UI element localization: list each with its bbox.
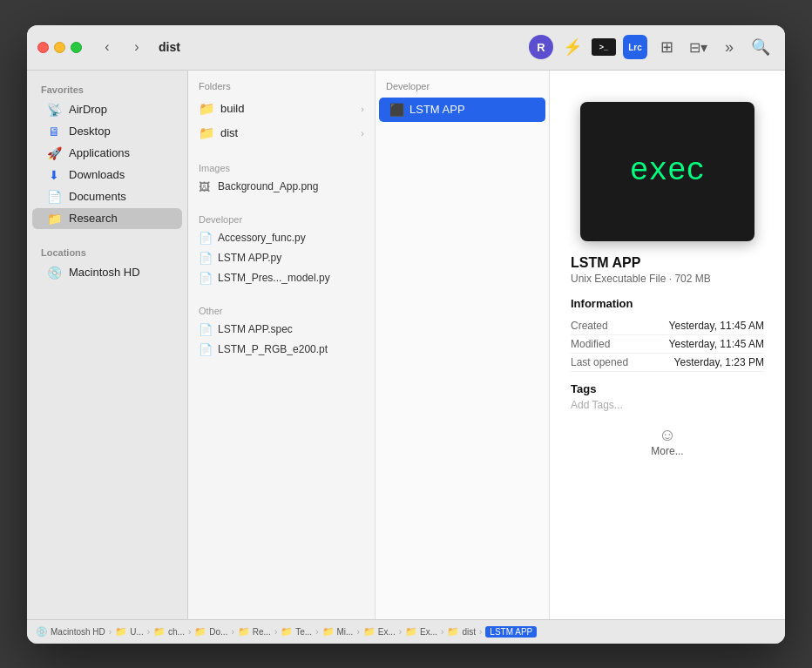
browser-pane-header: Developer [376, 78, 549, 97]
statusbar-sep-10: › [479, 627, 482, 637]
tags-title: Tags [571, 382, 764, 395]
statusbar-do-label: Do... [209, 627, 227, 637]
statusbar-ex2[interactable]: 📁 Ex... [405, 626, 437, 638]
statusbar-sep-9: › [441, 627, 443, 637]
last-opened-row: Last opened Yesterday, 1:23 PM [571, 354, 764, 372]
minimize-button[interactable] [54, 42, 65, 53]
sidebar-item-macintosh-hd[interactable]: 💿 Macintosh HD [32, 262, 182, 283]
created-label: Created [571, 320, 608, 332]
back-button[interactable]: ‹ [96, 36, 118, 58]
browser-pane: Developer ⬛ LSTM APP [376, 71, 550, 619]
statusbar: 💿 Macintosh HD › 📁 U... › 📁 ch... › 📁 Do… [27, 619, 785, 644]
folder-dist[interactable]: 📁 dist › [188, 121, 375, 145]
statusbar-te-label: Te... [295, 627, 312, 637]
more-button[interactable]: » [715, 33, 743, 61]
last-opened-label: Last opened [571, 356, 628, 368]
more-label: More... [651, 445, 683, 457]
statusbar-lstm-app[interactable]: LSTM APP [485, 626, 537, 638]
folder-build[interactable]: 📁 build › [188, 97, 375, 121]
detail-filetype: Unix Executable File · 702 MB [571, 273, 764, 285]
statusbar-folder-te-icon: 📁 [281, 626, 293, 638]
search-icon: 🔍 [751, 37, 770, 57]
statusbar-re[interactable]: 📁 Re... [238, 626, 271, 638]
statusbar-mi-label: Mi... [337, 627, 354, 637]
statusbar-sep-4: › [231, 627, 233, 637]
r-icon-button[interactable]: R [527, 33, 555, 61]
images-group-label: Images [188, 159, 375, 177]
detail-preview: exec [580, 102, 754, 241]
traffic-lights [37, 42, 82, 53]
view-options-button[interactable]: ⊟▾ [684, 33, 712, 61]
statusbar-folder-ex1-icon: 📁 [363, 626, 376, 638]
statusbar-folder-do-icon: 📁 [194, 626, 206, 638]
sidebar-item-airdrop[interactable]: 📡 AirDrop [32, 99, 182, 120]
modified-value: Yesterday, 11:45 AM [669, 338, 764, 350]
statusbar-folder-dist-icon: 📁 [447, 626, 459, 638]
terminal-button[interactable]: >_ [590, 33, 618, 61]
forward-button[interactable]: › [125, 36, 148, 58]
close-button[interactable] [37, 42, 49, 53]
research-icon: 📁 [46, 212, 62, 226]
statusbar-sep-8: › [399, 627, 402, 637]
file-lstm-p-rgb-e200-pt[interactable]: 📄 LSTM_P_RGB_e200.pt [188, 340, 375, 360]
vscode-button[interactable]: ⚡ [558, 33, 586, 61]
locations-label: Locations [27, 244, 187, 261]
file-lstm-app-py[interactable]: 📄 LSTM APP.py [188, 248, 375, 268]
statusbar-sep-2: › [147, 627, 150, 637]
statusbar-ex1[interactable]: 📁 Ex... [363, 626, 396, 638]
more-button[interactable]: ☺ More... [571, 425, 764, 457]
lrc-button[interactable]: Lrc [621, 33, 649, 61]
maximize-button[interactable] [71, 42, 82, 53]
sidebar-item-desktop[interactable]: 🖥 Desktop [32, 121, 182, 142]
statusbar-ch[interactable]: 📁 ch... [153, 626, 185, 638]
folder-dist-icon: 📁 [199, 125, 215, 141]
statusbar-sep-6: › [315, 627, 318, 637]
file-accessory-func-py[interactable]: 📄 Accessory_func.py [188, 228, 375, 248]
sidebar-item-label: Macintosh HD [69, 266, 140, 279]
sidebar-item-research[interactable]: 📁 Research [32, 208, 182, 229]
folder-dist-label: dist [220, 126, 238, 139]
statusbar-sep-5: › [274, 627, 277, 637]
file-background-app-png[interactable]: 🖼 Background_App.png [188, 177, 375, 197]
airdrop-icon: 📡 [46, 103, 62, 117]
statusbar-do[interactable]: 📁 Do... [194, 626, 227, 638]
sidebar-item-downloads[interactable]: ⬇ Downloads [32, 165, 182, 186]
statusbar-dist[interactable]: 📁 dist [447, 626, 476, 638]
columns-button[interactable]: ⊞ [653, 33, 680, 61]
search-button[interactable]: 🔍 [747, 33, 775, 61]
py-file-icon-3: 📄 [199, 272, 213, 285]
downloads-icon: ⬇ [46, 168, 62, 182]
toolbar-icons: R ⚡ >_ Lrc ⊞ ⊟▾ » 🔍 [527, 33, 775, 61]
file-label: Background_App.png [218, 180, 318, 192]
statusbar-u-label: U... [130, 627, 144, 637]
file-lstm-app-spec[interactable]: 📄 LSTM APP.spec [188, 320, 375, 340]
sidebar-item-documents[interactable]: 📄 Documents [32, 186, 182, 207]
statusbar-sep-1: › [109, 627, 112, 637]
statusbar-u[interactable]: 📁 U... [115, 626, 144, 638]
vscode-icon: ⚡ [563, 37, 582, 57]
tags-placeholder[interactable]: Add Tags... [571, 399, 764, 411]
statusbar-mi[interactable]: 📁 Mi... [322, 626, 354, 638]
toolbar-title: dist [159, 40, 180, 54]
info-section-title: Information [571, 297, 764, 310]
file-lstm-pres-model-py[interactable]: 📄 LSTM_Pres..._model.py [188, 268, 375, 288]
folder-build-label: build [220, 102, 244, 115]
sidebar-item-applications[interactable]: 🚀 Applications [32, 143, 182, 164]
columns-icon: ⊞ [660, 37, 673, 57]
statusbar-te[interactable]: 📁 Te... [281, 626, 312, 638]
statusbar-macintosh-hd[interactable]: 💿 Macintosh HD [36, 626, 105, 638]
statusbar-dist-label: dist [462, 627, 476, 637]
statusbar-sep-3: › [188, 627, 191, 637]
favorites-label: Favorites [27, 81, 187, 98]
created-value: Yesterday, 11:45 AM [669, 320, 764, 332]
applications-icon: 🚀 [46, 146, 62, 160]
file-label: LSTM APP.py [218, 252, 281, 264]
browser-item-lstm-app[interactable]: ⬛ LSTM APP [379, 98, 545, 122]
documents-icon: 📄 [46, 190, 62, 204]
toolbar: ‹ › dist R ⚡ >_ Lrc ⊞ ⊟▾ » [27, 25, 785, 71]
pt-file-icon: 📄 [199, 343, 213, 356]
folder-build-icon: 📁 [199, 101, 215, 117]
more-icon: ☺ [659, 425, 676, 445]
detail-info: LSTM APP Unix Executable File · 702 MB I… [564, 241, 771, 457]
developer-group-label: Developer [188, 211, 375, 228]
